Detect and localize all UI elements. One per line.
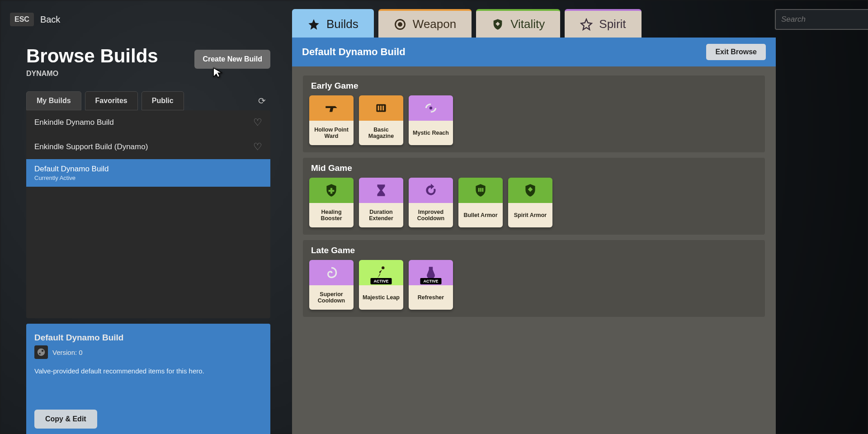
steam-icon <box>34 345 48 359</box>
potion-icon: ACTIVE <box>409 260 453 285</box>
svg-point-9 <box>429 107 432 109</box>
item-label: Improved Cooldown <box>409 203 453 227</box>
category-tabs: BuildsWeaponVitalitySpirit <box>292 9 776 38</box>
phase-title: Late Game <box>303 240 765 260</box>
item-label: Bullet Armor <box>458 203 503 227</box>
item-card[interactable]: Spirit Armor <box>508 178 552 227</box>
item-label: Duration Extender <box>359 203 403 227</box>
swirl-icon <box>309 260 354 285</box>
build-detail-panel: Default Dynamo Build Version: 0 Valve-pr… <box>26 324 270 434</box>
item-label: Mystic Reach <box>409 121 453 145</box>
search-input[interactable] <box>781 15 868 24</box>
svg-rect-10 <box>478 188 480 192</box>
item-card[interactable]: ACTIVEMajestic Leap <box>359 260 403 310</box>
star-o-icon <box>580 18 593 31</box>
filter-tab-favorites[interactable]: Favorites <box>85 91 138 110</box>
item-card[interactable]: Improved Cooldown <box>409 178 453 227</box>
build-header: Default Dynamo Build Exit Browse <box>292 38 776 66</box>
esc-button[interactable]: ESC <box>10 13 34 26</box>
copy-edit-button[interactable]: Copy & Edit <box>34 410 97 429</box>
filter-tab-my-builds[interactable]: My Builds <box>26 91 81 110</box>
hero-name: DYNAMO <box>26 70 270 78</box>
category-tab-vitality[interactable]: Vitality <box>476 9 560 38</box>
detail-title: Default Dynamo Build <box>34 333 262 343</box>
runner-icon: ACTIVE <box>359 260 403 285</box>
item-card[interactable]: Superior Cooldown <box>309 260 354 310</box>
back-button[interactable]: Back <box>40 14 60 25</box>
item-card[interactable]: Bullet Armor <box>458 178 503 227</box>
phase-section: Early GameHollow Point WardBasic Magazin… <box>303 75 765 152</box>
favorite-icon[interactable]: ♡ <box>253 117 262 128</box>
svg-point-2 <box>39 353 41 354</box>
svg-rect-8 <box>382 106 384 111</box>
svg-point-13 <box>382 266 384 269</box>
active-badge: ACTIVE <box>420 278 441 284</box>
item-label: Hollow Point Ward <box>309 121 354 145</box>
build-list: Enkindle Dynamo Build♡Enkindle Support B… <box>26 110 270 318</box>
main-panel: BuildsWeaponVitalitySpirit ✕ Default Dyn… <box>292 9 776 434</box>
tab-label: Builds <box>326 17 359 31</box>
item-card[interactable]: Basic Magazine <box>359 95 403 145</box>
item-label: Majestic Leap <box>359 285 403 310</box>
phase-section: Late GameSuperior CooldownACTIVEMajestic… <box>303 240 765 317</box>
svg-rect-7 <box>380 106 382 111</box>
create-new-build-button[interactable]: Create New Build <box>194 50 270 69</box>
filter-tab-public[interactable]: Public <box>142 91 184 110</box>
category-tab-weapon[interactable]: Weapon <box>378 9 472 38</box>
item-label: Superior Cooldown <box>309 285 354 310</box>
tab-label: Spirit <box>599 17 626 31</box>
svg-rect-12 <box>482 188 483 192</box>
spirit-shield-icon <box>508 178 552 203</box>
wave-icon <box>409 95 453 121</box>
item-card[interactable]: Duration Extender <box>359 178 403 227</box>
svg-rect-11 <box>480 188 481 192</box>
build-row[interactable]: Enkindle Support Build (Dynamo)♡ <box>26 135 270 159</box>
hourglass-icon <box>359 178 403 203</box>
item-card[interactable]: ACTIVERefresher <box>409 260 453 310</box>
left-panel: Browse Builds DYNAMO Create New Build My… <box>26 45 270 434</box>
phase-title: Early Game <box>303 75 765 95</box>
shield-icon <box>491 18 504 31</box>
ammo-shield-icon <box>458 178 503 203</box>
favorite-icon[interactable]: ♡ <box>253 141 262 153</box>
build-name: Enkindle Support Build (Dynamo) <box>34 142 148 151</box>
build-row[interactable]: Enkindle Dynamo Build♡ <box>26 110 270 135</box>
build-subtext: Currently Active <box>34 175 262 181</box>
items-row: Superior CooldownACTIVEMajestic LeapACTI… <box>303 260 765 310</box>
item-card[interactable]: Mystic Reach <box>409 95 453 145</box>
item-card[interactable]: Healing Booster <box>309 178 354 227</box>
item-card[interactable]: Hollow Point Ward <box>309 95 354 145</box>
build-name: Default Dynamo Build <box>34 165 262 174</box>
category-tab-spirit[interactable]: Spirit <box>565 9 641 38</box>
phase-title: Mid Game <box>303 158 765 178</box>
plus-shield-icon <box>309 178 354 203</box>
tab-label: Vitality <box>510 17 545 31</box>
search-box[interactable]: ✕ <box>775 9 868 30</box>
category-tab-builds[interactable]: Builds <box>292 9 374 38</box>
target-icon <box>394 18 406 31</box>
item-label: Spirit Armor <box>508 203 552 227</box>
version-text: Version: 0 <box>52 349 83 356</box>
gun-icon <box>309 95 354 121</box>
item-label: Refresher <box>409 285 453 310</box>
refresh-icon[interactable]: ⟳ <box>258 95 270 106</box>
build-row[interactable]: Default Dynamo BuildCurrently Active <box>26 159 270 187</box>
item-label: Healing Booster <box>309 203 354 227</box>
mag-icon <box>359 95 403 121</box>
items-row: Healing BoosterDuration ExtenderImproved… <box>303 178 765 227</box>
svg-point-1 <box>42 350 44 352</box>
svg-rect-6 <box>378 106 379 111</box>
phase-section: Mid GameHealing BoosterDuration Extender… <box>303 158 765 235</box>
build-name: Enkindle Dynamo Build <box>34 118 114 127</box>
tab-label: Weapon <box>413 17 456 31</box>
svg-point-0 <box>38 349 45 356</box>
exit-browse-button[interactable]: Exit Browse <box>706 44 766 60</box>
item-label: Basic Magazine <box>359 121 403 145</box>
filter-tabs-row: My BuildsFavoritesPublic⟳ <box>26 91 270 110</box>
star-icon <box>307 18 320 31</box>
top-bar: ESC Back <box>10 13 60 26</box>
refresh-icon <box>409 178 453 203</box>
active-badge: ACTIVE <box>370 278 392 284</box>
svg-point-4 <box>398 23 401 26</box>
items-row: Hollow Point WardBasic MagazineMystic Re… <box>303 95 765 145</box>
